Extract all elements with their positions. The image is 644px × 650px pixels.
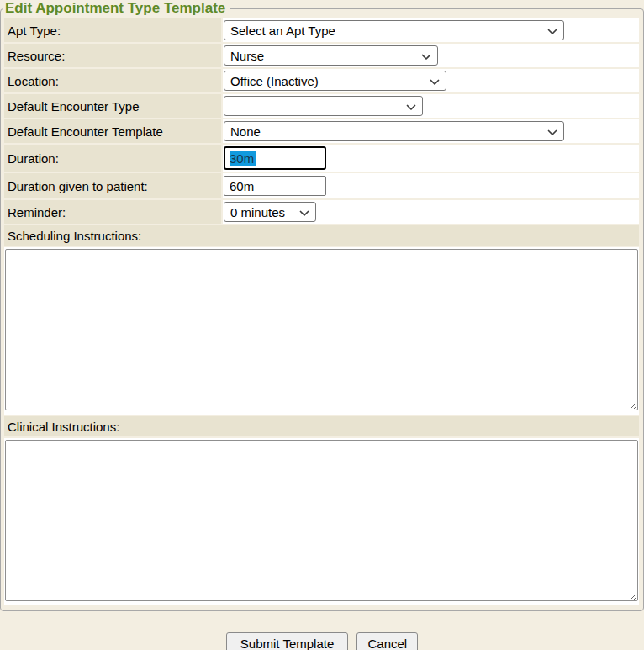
table-row: Reminder: 0 minutes bbox=[4, 200, 639, 224]
table-row: Location: Office (Inactive) bbox=[4, 69, 639, 92]
table-row: Clinical Instructions: bbox=[4, 416, 639, 436]
table-row: Duration: 30m bbox=[4, 145, 639, 172]
default-encounter-template-label: Default Encounter Template bbox=[4, 119, 221, 143]
cancel-button[interactable]: Cancel bbox=[356, 632, 418, 650]
table-row: Apt Type: Select an Apt Type bbox=[4, 18, 639, 42]
duration-given-to-patient-input-value: 60m bbox=[230, 179, 254, 193]
table-row bbox=[4, 438, 639, 605]
reminder-label: Reminder: bbox=[4, 200, 221, 224]
table-row: Duration given to patient: 60m bbox=[4, 173, 639, 198]
chevron-down-icon bbox=[293, 205, 309, 219]
table-row: Default Encounter Template None bbox=[4, 119, 639, 143]
chevron-down-icon bbox=[423, 74, 440, 88]
clinical-instructions-textarea[interactable] bbox=[5, 440, 638, 601]
default-encounter-template-select[interactable]: None bbox=[224, 121, 564, 141]
table-row: Resource: Nurse bbox=[4, 44, 639, 67]
chevron-down-icon bbox=[399, 99, 416, 114]
chevron-down-icon bbox=[414, 49, 431, 63]
default-encounter-type-select[interactable] bbox=[224, 96, 423, 116]
default-encounter-template-select-value: None bbox=[230, 124, 261, 139]
default-encounter-type-label: Default Encounter Type bbox=[4, 94, 221, 118]
reminder-select-value: 0 minutes bbox=[230, 205, 285, 219]
form-actions: Submit Template Cancel bbox=[0, 632, 644, 650]
chevron-down-icon bbox=[541, 124, 557, 139]
clinical-instructions-label: Clinical Instructions: bbox=[4, 416, 639, 436]
duration-given-to-patient-input[interactable]: 60m bbox=[224, 176, 326, 196]
table-row bbox=[4, 247, 639, 415]
duration-input[interactable]: 30m bbox=[224, 146, 326, 170]
scheduling-instructions-label: Scheduling Instructions: bbox=[4, 225, 639, 246]
edit-appointment-type-fieldset: Edit Appointment Type Template Apt Type:… bbox=[0, 0, 644, 611]
location-select-value: Office (Inactive) bbox=[230, 74, 319, 88]
apt-type-select-value: Select an Apt Type bbox=[230, 24, 335, 38]
location-label: Location: bbox=[4, 69, 221, 92]
resource-select[interactable]: Nurse bbox=[224, 45, 438, 66]
apt-type-select[interactable]: Select an Apt Type bbox=[224, 20, 564, 40]
appointment-form-table: Apt Type: Select an Apt Type Resource: N… bbox=[3, 17, 641, 607]
submit-template-button[interactable]: Submit Template bbox=[226, 632, 348, 650]
reminder-select[interactable]: 0 minutes bbox=[224, 202, 316, 222]
apt-type-label: Apt Type: bbox=[4, 18, 221, 42]
chevron-down-icon bbox=[541, 24, 557, 38]
resource-label: Resource: bbox=[4, 44, 221, 67]
page-title: Edit Appointment Type Template bbox=[3, 0, 230, 17]
scheduling-instructions-textarea[interactable] bbox=[5, 249, 638, 410]
duration-given-to-patient-label: Duration given to patient: bbox=[4, 173, 221, 198]
table-row: Scheduling Instructions: bbox=[4, 225, 639, 246]
location-select[interactable]: Office (Inactive) bbox=[224, 71, 446, 91]
duration-input-selected-text: 30m bbox=[230, 151, 256, 166]
duration-label: Duration: bbox=[4, 145, 221, 172]
resource-select-value: Nurse bbox=[230, 49, 264, 63]
table-row: Default Encounter Type bbox=[4, 94, 639, 118]
